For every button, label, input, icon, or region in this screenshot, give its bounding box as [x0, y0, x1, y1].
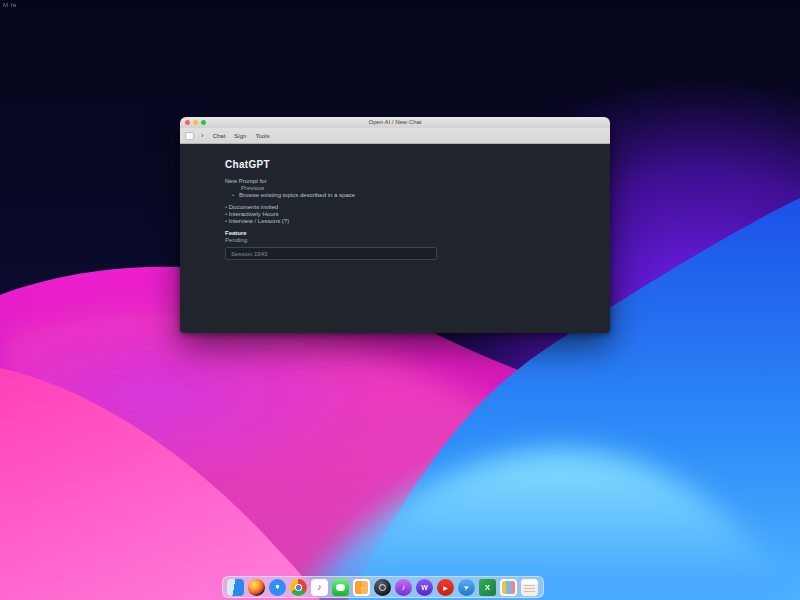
dock-icon-youtube[interactable] [437, 579, 454, 596]
list-item: Interview / Lessons (?) [225, 218, 590, 225]
list-item: Interactively Hours [225, 211, 590, 218]
corner-watermark: M fa [3, 2, 17, 8]
dock [222, 576, 544, 598]
prompt-input[interactable] [225, 247, 437, 260]
dock-icon-firefox[interactable] [248, 579, 265, 596]
dock-icon-dark-globe[interactable] [374, 579, 391, 596]
intro-block: New Prompt for Previous •Browse existing… [225, 178, 590, 199]
window-titlebar[interactable]: Open AI / New Chat [180, 117, 610, 128]
window-toolbar: › Chat Sign Tools [180, 128, 610, 144]
feature-label: Feature [225, 230, 590, 237]
dock-icon-excel[interactable] [479, 579, 496, 596]
traffic-lights [185, 120, 206, 125]
dock-icon-messages[interactable] [332, 579, 349, 596]
menu-item-tools[interactable]: Tools [255, 133, 269, 139]
dock-icon-finder[interactable] [227, 579, 244, 596]
minimize-button[interactable] [193, 120, 198, 125]
intro-bullet-text: Browse existing topics described in a sp… [239, 192, 355, 198]
sidebar-toggle-button[interactable] [185, 132, 194, 140]
menu-item-chat[interactable]: Chat [213, 133, 226, 139]
close-button[interactable] [185, 120, 190, 125]
window-title: Open AI / New Chat [180, 117, 610, 128]
dock-icon-notes[interactable] [521, 579, 538, 596]
dock-icon-chrome[interactable] [290, 579, 307, 596]
forward-arrow-icon[interactable]: › [201, 132, 204, 140]
dock-icon-books[interactable] [311, 579, 328, 596]
menu-item-sign[interactable]: Sign [234, 133, 246, 139]
dock-icon-calendar[interactable] [500, 579, 517, 596]
dock-icon-app-w[interactable] [416, 579, 433, 596]
dock-icon-launchpad[interactable] [353, 579, 370, 596]
feature-block: Feature Pending [225, 230, 590, 244]
dock-icon-telegram[interactable] [458, 579, 475, 596]
page-title: ChatGPT [225, 159, 590, 170]
bullet-list: Documents invited Interactively Hours In… [225, 204, 590, 225]
intro-line-2: Previous [241, 185, 590, 192]
bullet-icon: • [232, 192, 239, 199]
dock-icon-music[interactable] [395, 579, 412, 596]
zoom-button[interactable] [201, 120, 206, 125]
dock-icon-safari[interactable] [269, 579, 286, 596]
list-item: Documents invited [225, 204, 590, 211]
feature-status: Pending [225, 237, 590, 244]
window-content: ChatGPT New Prompt for Previous •Browse … [180, 144, 610, 333]
app-window: Open AI / New Chat › Chat Sign Tools Cha… [180, 117, 610, 333]
intro-bullet-line: •Browse existing topics described in a s… [232, 192, 590, 199]
intro-line-1: New Prompt for [225, 178, 590, 185]
